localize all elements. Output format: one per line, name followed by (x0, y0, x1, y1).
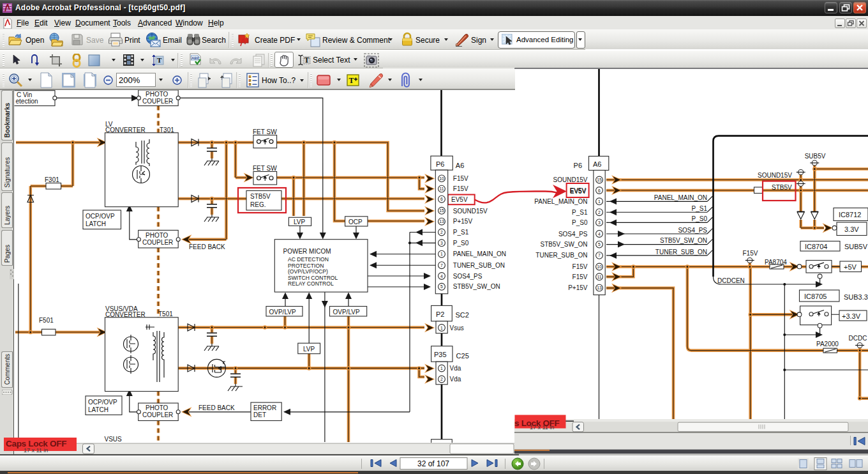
svg-text:etection: etection (16, 98, 38, 105)
svg-text:T501: T501 (158, 310, 173, 317)
svg-text:LATCH: LATCH (88, 406, 108, 413)
svg-text:LVP: LVP (303, 346, 315, 353)
svg-text:P_S1: P_S1 (453, 229, 469, 236)
svg-text:SOS4_PS: SOS4_PS (453, 273, 483, 280)
svg-text:PHOTO: PHOTO (146, 404, 168, 411)
svg-text:15: 15 (439, 208, 444, 213)
svg-text:ERROR: ERROR (253, 404, 276, 411)
svg-text:PA2000: PA2000 (816, 340, 839, 348)
svg-text:T: T (349, 76, 354, 85)
svg-text:2: 2 (440, 377, 443, 381)
svg-text:P_S0: P_S0 (572, 219, 588, 226)
svg-text:SOUND15V: SOUND15V (758, 172, 792, 179)
svg-text:IC8705: IC8705 (804, 293, 827, 300)
svg-text:P2: P2 (436, 310, 444, 318)
svg-text:STB5V_SW_ON: STB5V_SW_ON (541, 241, 588, 248)
svg-text:RELAY CONTROL: RELAY CONTROL (288, 280, 334, 287)
svg-text:PROTECTION: PROTECTION (288, 263, 324, 269)
svg-text:EV5V: EV5V (569, 187, 586, 194)
svg-text:4: 4 (598, 232, 601, 236)
svg-text:1: 1 (440, 366, 443, 371)
svg-text:1: 1 (598, 199, 601, 204)
svg-text:COUPLER: COUPLER (142, 98, 173, 105)
svg-text:SWITCH CONTROL: SWITCH CONTROL (288, 275, 338, 281)
svg-text:P_S0: P_S0 (453, 240, 469, 247)
svg-text:POWER MICOM: POWER MICOM (283, 248, 331, 255)
svg-text:3: 3 (598, 220, 601, 225)
svg-text:FET SW: FET SW (253, 165, 277, 172)
svg-text:s Lock OFF: s Lock OFF (514, 418, 560, 428)
svg-text:PHOTO: PHOTO (146, 232, 168, 239)
svg-text:F15V: F15V (572, 263, 588, 270)
svg-text:11: 11 (597, 275, 601, 279)
svg-text:FET SW: FET SW (253, 128, 277, 135)
svg-text:15: 15 (597, 178, 602, 182)
svg-text:CONVERTER: CONVERTER (105, 311, 146, 318)
svg-text:T: T (157, 56, 162, 64)
svg-text:1: 1 (440, 326, 443, 330)
svg-text:11: 11 (439, 187, 444, 191)
svg-text:SOUND15V: SOUND15V (453, 208, 488, 215)
svg-text:A6: A6 (456, 162, 464, 169)
svg-text:P35: P35 (434, 351, 447, 358)
svg-text:32 of 107: 32 of 107 (417, 459, 449, 468)
svg-text:STB5V_SW_ON: STB5V_SW_ON (660, 237, 707, 244)
svg-text:IC8704: IC8704 (805, 243, 827, 250)
svg-text:7: 7 (440, 263, 443, 268)
svg-text:DET: DET (253, 411, 266, 418)
svg-text:SOUND15V: SOUND15V (553, 176, 588, 183)
svg-text:PHOTO: PHOTO (146, 91, 168, 98)
svg-text:P+15V: P+15V (453, 218, 473, 225)
svg-text:STB5V_SW_ON: STB5V_SW_ON (453, 283, 500, 290)
svg-text:COUPLER: COUPLER (142, 411, 173, 418)
svg-text:OCP: OCP (348, 218, 363, 226)
svg-text:3: 3 (440, 241, 443, 245)
svg-text:F15V: F15V (453, 175, 468, 182)
svg-text:2: 2 (598, 210, 601, 215)
svg-text:Vsus: Vsus (450, 325, 464, 332)
svg-text:ABC: ABC (191, 56, 200, 60)
svg-text:PANEL_MAIN_ON: PANEL_MAIN_ON (654, 194, 707, 201)
svg-text:C Vin: C Vin (17, 91, 32, 98)
svg-text:F15V: F15V (743, 250, 758, 257)
svg-text:STB5V: STB5V (772, 184, 792, 191)
svg-text:F501: F501 (39, 317, 54, 324)
svg-text:F301: F301 (45, 176, 59, 183)
svg-text:P_S1: P_S1 (692, 205, 708, 212)
svg-text:STB5V: STB5V (250, 193, 271, 200)
svg-text:PANEL_MAIN_ON: PANEL_MAIN_ON (453, 250, 506, 257)
svg-text:C25: C25 (456, 352, 469, 360)
svg-text:COUPLER: COUPLER (142, 239, 173, 246)
svg-text:DCDCEN: DCDCEN (717, 277, 745, 284)
svg-text:OVP/LVP: OVP/LVP (333, 309, 360, 316)
svg-text:OCP/OVP: OCP/OVP (88, 399, 117, 406)
svg-text:T301: T301 (160, 126, 174, 134)
svg-text:10: 10 (439, 176, 444, 181)
svg-text:TUNER_SUB_ON: TUNER_SUB_ON (535, 252, 587, 259)
svg-text:7: 7 (598, 253, 601, 257)
svg-text:A6: A6 (593, 160, 601, 168)
svg-text:+3.3V: +3.3V (842, 312, 861, 320)
svg-text:T: T (304, 56, 310, 64)
svg-text:AC DETECTION: AC DETECTION (288, 256, 329, 263)
svg-text:13: 13 (439, 219, 444, 224)
svg-text:LATCH: LATCH (86, 220, 106, 227)
svg-text:P+15V: P+15V (568, 284, 588, 291)
svg-text:P6: P6 (436, 160, 444, 168)
svg-text:4: 4 (440, 274, 443, 279)
svg-text:CONVERTER: CONVERTER (105, 126, 146, 134)
svg-text:SOS4_PS: SOS4_PS (678, 227, 707, 234)
svg-text:FEED BACK: FEED BACK (189, 243, 225, 250)
svg-text:2: 2 (440, 230, 443, 234)
svg-text:+5V: +5V (844, 263, 857, 271)
svg-text:P_S1: P_S1 (572, 209, 588, 216)
svg-text:PANEL_MAIN_ON: PANEL_MAIN_ON (534, 198, 587, 205)
svg-text:OVP/LVP: OVP/LVP (269, 309, 296, 316)
svg-text:13: 13 (597, 286, 602, 290)
svg-text:5: 5 (598, 242, 601, 247)
svg-text:1: 1 (440, 252, 443, 256)
svg-text:6: 6 (440, 197, 443, 201)
svg-text:FEED BACK: FEED BACK (198, 404, 235, 411)
svg-text:REG.: REG. (250, 201, 266, 208)
svg-text:3.3V: 3.3V (844, 226, 859, 233)
